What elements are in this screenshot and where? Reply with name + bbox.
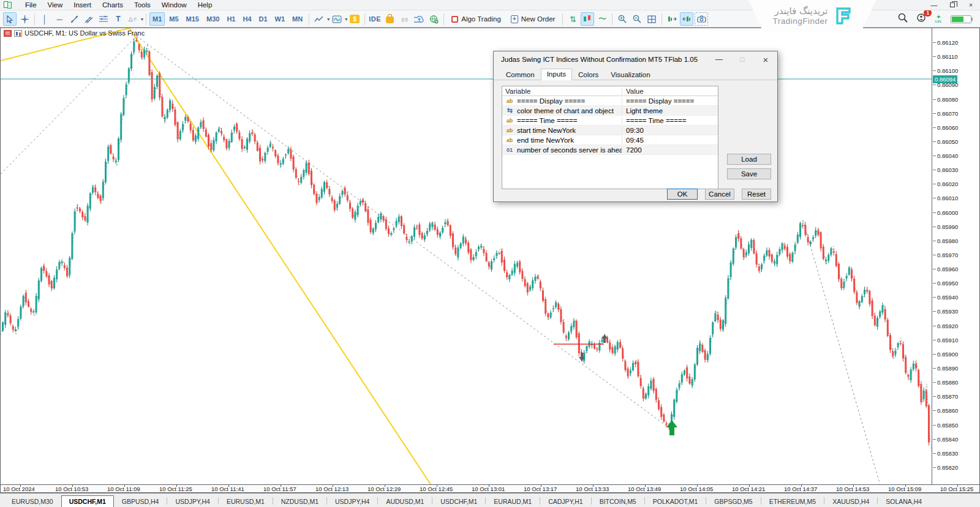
timeframe-m5[interactable]: M5 <box>166 12 181 26</box>
chart-tab-gbpusd-h4[interactable]: GBPUSD,H4 <box>114 495 167 507</box>
horizontal-line-tool[interactable]: ─ <box>53 12 66 26</box>
chart-tab-usdchf-m1[interactable]: USDCHF,M1 <box>61 495 114 507</box>
chart-tab-usdjpy-h4[interactable]: USDJPY,H4 <box>167 495 217 507</box>
price-chart[interactable] <box>1 28 932 484</box>
channel-tool[interactable] <box>82 12 96 26</box>
timeframe-w1[interactable]: W1 <box>272 12 288 26</box>
table-row[interactable]: abend time NewYork09:45 <box>502 135 718 145</box>
reset-button[interactable]: Reset <box>742 189 771 200</box>
indicators-dropdown-arrow[interactable]: ▾ <box>345 17 347 22</box>
search-button[interactable] <box>898 13 908 25</box>
chart-type-button[interactable] <box>312 12 326 26</box>
chart-tab-eurusd-m30[interactable]: EURUSD,M30 <box>4 495 61 507</box>
table-row[interactable]: 01number of seconds server is ahead (ba.… <box>502 145 718 155</box>
close-button[interactable]: × <box>962 0 980 10</box>
trendline-tool[interactable] <box>67 12 81 26</box>
variable-value[interactable]: 7200 <box>622 146 718 154</box>
price-axis[interactable]: 0.861200.861100.861000.860900.860800.860… <box>932 28 979 484</box>
market-button[interactable] <box>383 12 396 26</box>
menu-help[interactable]: Help <box>192 1 218 9</box>
inputs-table[interactable]: VariableValueab===== Display ========== … <box>502 86 718 189</box>
crosshair-tool-button[interactable] <box>18 12 31 26</box>
chart-tab-nzdusd-m1[interactable]: NZDUSD,M1 <box>273 495 326 507</box>
auto-scroll-button[interactable] <box>680 12 693 26</box>
zoom-out-button[interactable] <box>630 12 644 26</box>
timeframe-d1[interactable]: D1 <box>256 12 271 26</box>
new-order-button[interactable]: New Order <box>506 12 560 26</box>
menu-view[interactable]: View <box>42 1 69 9</box>
timeframe-m1[interactable]: M1 <box>149 12 165 26</box>
chart-tab-ethereum-m5[interactable]: ETHEREUM,M5 <box>761 495 824 507</box>
chart-tab-usdchf-m1[interactable]: USDCHF,M1 <box>432 495 485 507</box>
table-row[interactable]: ab===== Time ========== Time ===== <box>502 116 718 126</box>
variable-value[interactable]: ===== Time ===== <box>622 117 718 124</box>
table-row[interactable]: ⇆color theme of chart and objectLight th… <box>502 106 718 116</box>
menu-charts[interactable]: Charts <box>97 1 129 9</box>
timeframe-h1[interactable]: H1 <box>224 12 238 26</box>
tick-chart-button[interactable]: ⇅ <box>566 12 579 26</box>
timeframe-m30[interactable]: M30 <box>203 12 222 26</box>
vertical-line-tool[interactable]: │ <box>38 12 51 26</box>
table-row[interactable]: ab===== Display ========== Display ===== <box>502 96 718 106</box>
dialog-tab-colors[interactable]: Colors <box>572 69 605 80</box>
timeframe-h4[interactable]: H4 <box>239 12 254 26</box>
dialog-maximize-button[interactable]: □ <box>731 52 754 67</box>
chart-tab-gbpsgd-m5[interactable]: GBPSGD,M5 <box>706 495 760 507</box>
fibonacci-tool[interactable] <box>97 12 110 26</box>
ok-button[interactable]: OK <box>667 189 698 200</box>
text-tool[interactable]: T <box>111 12 125 26</box>
chart-tab-euraud-m1[interactable]: EURAUD,M1 <box>486 495 540 507</box>
variable-value[interactable]: Light theme <box>622 107 718 115</box>
menu-insert[interactable]: Insert <box>68 1 97 9</box>
table-row[interactable]: abstart time NewYork09:30 <box>502 126 718 135</box>
menu-file[interactable]: File <box>20 1 42 9</box>
dialog-tab-visualization[interactable]: Visualization <box>605 69 656 80</box>
menu-tools[interactable]: Tools <box>129 1 156 9</box>
candlestick-chart-button[interactable] <box>581 12 594 26</box>
chart-tab-eurusd-m1[interactable]: EURUSD,M1 <box>219 495 273 507</box>
chart-candle-icon[interactable] <box>14 30 22 37</box>
time-axis[interactable]: 10 Oct 202410 Oct 10:5310 Oct 11:0910 Oc… <box>1 484 979 492</box>
restore-button[interactable] <box>943 0 962 10</box>
timeframe-m15[interactable]: M15 <box>183 12 202 26</box>
zoom-in-button[interactable] <box>616 12 629 26</box>
dialog-tab-common[interactable]: Common <box>500 69 541 80</box>
chart-tab-cadjpy-h1[interactable]: CADJPY,H1 <box>540 495 590 507</box>
chart-type-dropdown-arrow[interactable]: ▾ <box>327 17 330 22</box>
chart-tab-xauusd-h4[interactable]: XAUUSD,H4 <box>824 495 877 507</box>
dialog-close-button[interactable]: × <box>754 52 777 67</box>
line-chart-button[interactable]: 〜 <box>595 12 609 26</box>
tile-windows-button[interactable] <box>645 12 658 26</box>
shapes-tool[interactable]: △○ <box>126 12 140 26</box>
chart-tab-bitcoin-m5[interactable]: BITCOIN,M5 <box>592 495 644 507</box>
quotes-grid-icon[interactable] <box>4 30 12 37</box>
chart-tab-solana-h4[interactable]: SOLANA,H4 <box>878 495 930 507</box>
notifications-button[interactable]: 1 <box>916 13 927 25</box>
menu-window[interactable]: Window <box>156 1 192 9</box>
dialog-tab-inputs[interactable]: Inputs <box>541 69 572 80</box>
ide-button[interactable]: IDE <box>368 12 382 26</box>
dialog-minimize-button[interactable]: — <box>707 52 731 67</box>
minimize-button[interactable]: — <box>925 0 943 10</box>
currency-button[interactable]: $ <box>348 12 361 26</box>
variable-value[interactable]: 09:30 <box>622 127 718 134</box>
algo-trading-button[interactable]: Algo Trading <box>447 12 506 26</box>
save-button[interactable]: Save <box>727 168 771 179</box>
chart-tab-usdjpy-h4[interactable]: USDJPY,H4 <box>327 495 377 507</box>
community-button[interactable] <box>427 12 440 26</box>
dialog-title-bar[interactable]: Judas Swing ICT Indices Without Confirma… <box>494 51 777 67</box>
cursor-tool-button[interactable] <box>3 12 17 26</box>
timeframe-mn[interactable]: MN <box>289 12 306 26</box>
variable-value[interactable]: ===== Display ===== <box>622 97 718 105</box>
shift-end-button[interactable] <box>665 12 679 26</box>
cloud-button[interactable] <box>412 12 426 26</box>
load-button[interactable]: Load <box>727 154 771 165</box>
indicators-button[interactable] <box>330 12 344 26</box>
chart-tab-audusd-m1[interactable]: AUDUSD,M1 <box>378 495 432 507</box>
shapes-dropdown-arrow[interactable]: ▾ <box>141 17 143 22</box>
chart-tab-polkadot-m1[interactable]: POLKADOT,M1 <box>645 495 706 507</box>
cancel-button[interactable]: Cancel <box>705 189 734 200</box>
screenshot-button[interactable] <box>695 12 708 26</box>
signals-button[interactable]: ((o)) <box>398 12 411 26</box>
variable-value[interactable]: 09:45 <box>622 137 718 144</box>
